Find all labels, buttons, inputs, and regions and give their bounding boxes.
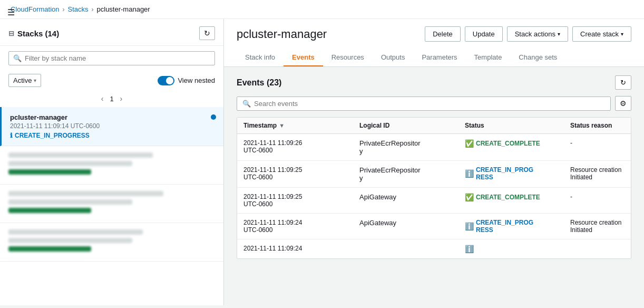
sidebar-title: ⊟ Stacks (14) [8, 29, 59, 38]
event-timestamp: 2021-11-11 11:09:25UTC-0600 [243, 166, 359, 181]
stack-actions-label: Stack actions [515, 30, 555, 38]
sidebar-controls: Active ▾ View nested [0, 71, 223, 91]
table-row: 2021-11-11 11:09:24 ℹ️ [237, 239, 631, 258]
sidebar-refresh-button[interactable]: ↻ [199, 26, 215, 40]
stack-list: pcluster-manager 2021-11-11 11:09:14 UTC… [0, 107, 223, 305]
breadcrumb-sep-1: › [63, 6, 65, 13]
col-logical-id[interactable]: Logical ID [359, 122, 465, 129]
check-circle-icon: ✅ [465, 139, 474, 148]
tab-template[interactable]: Template [466, 49, 511, 66]
tab-stack-info[interactable]: Stack info [237, 49, 284, 66]
stack-item-name: pcluster-manager [10, 113, 215, 121]
events-title: Events (23) [237, 78, 281, 88]
delete-button[interactable]: Delete [425, 26, 461, 42]
event-logical-id: ApiGateway [359, 193, 465, 201]
table-row: 2021-11-11 11:09:26UTC-0600 PrivateEcrRe… [237, 134, 631, 161]
events-search-input[interactable] [254, 100, 605, 108]
search-icon: 🔍 [242, 100, 251, 108]
events-settings-button[interactable]: ⚙ [615, 96, 631, 111]
col-timestamp[interactable]: Timestamp ▼ [243, 122, 359, 129]
breadcrumb: CloudFormation › Stacks › pcluster-manag… [0, 0, 644, 19]
stack-search-box[interactable]: 🔍 [8, 51, 215, 65]
main-content: pcluster-manager Delete Update Stack act… [224, 19, 644, 305]
stack-title-row: pcluster-manager Delete Update Stack act… [237, 26, 631, 42]
status-label: CREATE_COMPLETE [476, 140, 540, 147]
events-search-box[interactable]: 🔍 [237, 97, 611, 111]
stack-item-blurred-2[interactable] [0, 185, 223, 223]
view-nested-toggle[interactable] [158, 76, 174, 85]
status-label: CREATE_IN_PROGRESS [476, 219, 533, 234]
event-status: ℹ️ [465, 245, 570, 253]
events-section: Events (23) ↻ 🔍 ⚙ Timestamp ▼ Logica [224, 67, 644, 305]
tab-parameters[interactable]: Parameters [413, 49, 465, 66]
event-logical-id: PrivateEcrRepository [359, 139, 465, 155]
view-nested-toggle-container: View nested [158, 76, 215, 85]
info-circle-icon: ℹ️ [465, 169, 474, 178]
sidebar-filter-container: 🔍 [0, 46, 223, 71]
update-button[interactable]: Update [465, 26, 503, 42]
tab-outputs[interactable]: Outputs [373, 49, 414, 66]
stack-search-input[interactable] [25, 54, 210, 62]
events-table-header: Timestamp ▼ Logical ID Status Status rea… [237, 118, 631, 134]
tab-navigation: Stack info Events Resources Outputs Para… [237, 49, 631, 66]
event-status-reason: Resource creation Initiated [570, 219, 625, 234]
event-timestamp: 2021-11-11 11:09:24 [243, 245, 359, 252]
event-status-reason: - [570, 139, 625, 147]
events-table: Timestamp ▼ Logical ID Status Status rea… [237, 117, 631, 259]
event-status-reason: - [570, 193, 625, 200]
status-label: CREATE_IN_PROGRESS [476, 166, 533, 181]
tab-events[interactable]: Events [284, 49, 323, 66]
create-stack-button[interactable]: Create stack ▾ [572, 26, 631, 42]
create-stack-label: Create stack [580, 30, 619, 38]
col-status-label: Status [465, 122, 484, 129]
event-status: ✅ CREATE_COMPLETE [465, 193, 570, 201]
events-refresh-button[interactable]: ↻ [615, 75, 631, 90]
stacks-collapse-icon: ⊟ [8, 30, 14, 37]
chevron-down-icon: ▾ [621, 31, 623, 37]
status-label: CREATE_COMPLETE [476, 194, 540, 201]
col-status[interactable]: Status [465, 122, 570, 129]
stacks-count-label: Stacks (14) [17, 29, 59, 38]
event-timestamp: 2021-11-11 11:09:24UTC-0600 [243, 219, 359, 234]
header-buttons: Delete Update Stack actions ▾ Create sta… [425, 26, 631, 42]
status-filter-dropdown[interactable]: Active ▾ [8, 74, 41, 87]
tab-change-sets[interactable]: Change sets [510, 49, 565, 66]
sidebar: ⊟ Stacks (14) ↻ 🔍 Active ▾ View nested ‹ [0, 19, 224, 305]
stack-item-date: 2021-11-11 11:09:14 UTC-0600 [10, 122, 215, 130]
col-status-reason: Status reason [570, 122, 625, 129]
events-search-row: 🔍 ⚙ [237, 96, 631, 111]
status-filter-label: Active [13, 76, 32, 84]
info-circle-icon: ℹ️ [465, 245, 474, 253]
prev-page-button[interactable]: ‹ [99, 93, 106, 104]
breadcrumb-stacks[interactable]: Stacks [68, 5, 89, 13]
col-status-reason-label: Status reason [570, 122, 612, 129]
event-logical-id: ApiGateway [359, 219, 465, 227]
hamburger-menu[interactable]: ☰ [7, 7, 15, 17]
stack-actions-button[interactable]: Stack actions ▾ [507, 26, 568, 42]
event-status: ℹ️ CREATE_IN_PROGRESS [465, 219, 570, 234]
stack-item-status: ℹ CREATE_IN_PROGRESS [10, 132, 215, 139]
status-info-icon: ℹ [10, 132, 13, 139]
sort-icon: ▼ [279, 122, 285, 129]
stack-item-blurred-3[interactable] [0, 223, 223, 262]
table-row: 2021-11-11 11:09:25UTC-0600 PrivateEcrRe… [237, 161, 631, 188]
events-header: Events (23) ↻ [237, 75, 631, 90]
tab-resources[interactable]: Resources [323, 49, 373, 66]
table-row: 2021-11-11 11:09:25UTC-0600 ApiGateway ✅… [237, 188, 631, 214]
chevron-down-icon: ▾ [34, 78, 36, 83]
check-circle-icon: ✅ [465, 193, 474, 201]
col-timestamp-label: Timestamp [243, 122, 277, 129]
breadcrumb-current: pcluster-manager [97, 5, 150, 13]
event-status: ✅ CREATE_COMPLETE [465, 139, 570, 148]
stack-status-label: CREATE_IN_PROGRESS [15, 132, 90, 139]
event-timestamp: 2021-11-11 11:09:25UTC-0600 [243, 193, 359, 208]
stack-item-blurred-1[interactable] [0, 146, 223, 185]
table-row: 2021-11-11 11:09:24UTC-0600 ApiGateway ℹ… [237, 214, 631, 239]
next-page-button[interactable]: › [118, 93, 125, 104]
breadcrumb-cloudformation[interactable]: CloudFormation [11, 5, 60, 13]
stack-item-pcluster-manager[interactable]: pcluster-manager 2021-11-11 11:09:14 UTC… [0, 107, 223, 146]
col-logical-id-label: Logical ID [359, 122, 389, 129]
breadcrumb-sep-2: › [92, 6, 94, 13]
view-nested-label: View nested [178, 76, 215, 84]
pagination: ‹ 1 › [0, 91, 223, 107]
